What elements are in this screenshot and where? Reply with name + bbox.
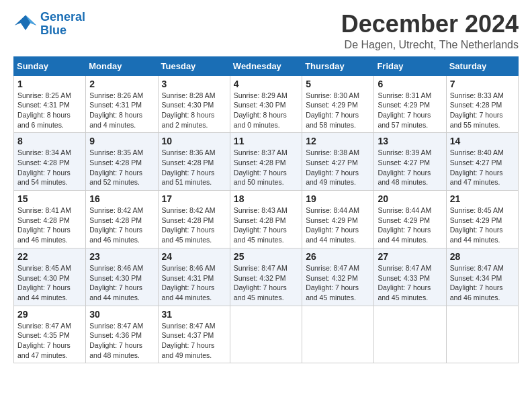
daylight-label: Daylight: 7 hours and 45 minutes. [234,226,287,244]
day-number: 13 [378,136,442,146]
calendar-day-cell: 24 Sunrise: 8:46 AM Sunset: 4:31 PM Dayl… [158,248,230,306]
header-day-tuesday: Tuesday [158,56,230,75]
calendar-table: SundayMondayTuesdayWednesdayThursdayFrid… [13,56,519,364]
day-number: 6 [378,79,442,89]
day-info: Sunrise: 8:26 AM Sunset: 4:31 PM Dayligh… [89,91,154,130]
calendar-day-cell: 21 Sunrise: 8:45 AM Sunset: 4:29 PM Dayl… [446,191,518,248]
sunrise-label: Sunrise: 8:47 AM [450,264,504,272]
day-number: 29 [17,309,82,320]
daylight-label: Daylight: 7 hours and 48 minutes. [89,341,142,359]
calendar-day-cell: 3 Sunrise: 8:28 AM Sunset: 4:30 PM Dayli… [158,75,230,133]
daylight-label: Daylight: 8 hours and 0 minutes. [234,111,287,129]
daylight-label: Daylight: 7 hours and 48 minutes. [378,169,431,187]
calendar-day-cell: 23 Sunrise: 8:46 AM Sunset: 4:30 PM Dayl… [86,248,158,306]
day-info: Sunrise: 8:44 AM Sunset: 4:29 PM Dayligh… [306,205,370,245]
sunrise-label: Sunrise: 8:46 AM [89,264,143,272]
sunset-label: Sunset: 4:28 PM [450,101,502,109]
sunrise-label: Sunrise: 8:33 AM [450,91,504,99]
day-info: Sunrise: 8:25 AM Sunset: 4:31 PM Dayligh… [17,91,82,130]
calendar-day-cell: 10 Sunrise: 8:36 AM Sunset: 4:28 PM Dayl… [158,133,230,191]
empty-cell [374,306,446,363]
daylight-label: Daylight: 7 hours and 55 minutes. [450,111,503,129]
day-number: 1 [17,79,82,89]
sunset-label: Sunset: 4:30 PM [17,274,70,282]
daylight-label: Daylight: 7 hours and 49 minutes. [162,341,215,359]
calendar-day-cell: 27 Sunrise: 8:47 AM Sunset: 4:33 PM Dayl… [374,248,446,306]
sunset-label: Sunset: 4:37 PM [162,331,214,339]
daylight-label: Daylight: 7 hours and 46 minutes. [89,226,142,244]
day-number: 9 [89,136,154,146]
day-number: 24 [162,251,226,262]
day-number: 14 [450,136,515,146]
empty-cell [446,306,518,363]
sunset-label: Sunset: 4:28 PM [234,158,286,167]
day-info: Sunrise: 8:46 AM Sunset: 4:30 PM Dayligh… [89,263,154,303]
day-number: 27 [378,251,442,262]
calendar-week-row: 8 Sunrise: 8:34 AM Sunset: 4:28 PM Dayli… [14,133,519,191]
day-info: Sunrise: 8:36 AM Sunset: 4:28 PM Dayligh… [162,148,226,187]
daylight-label: Daylight: 7 hours and 45 minutes. [378,283,431,302]
sunset-label: Sunset: 4:30 PM [234,101,286,109]
day-number: 25 [234,251,298,262]
sunrise-label: Sunrise: 8:30 AM [306,91,359,99]
sunset-label: Sunset: 4:29 PM [378,216,430,224]
calendar-day-cell: 22 Sunrise: 8:45 AM Sunset: 4:30 PM Dayl… [14,248,86,306]
day-number: 28 [450,251,515,262]
daylight-label: Daylight: 7 hours and 45 minutes. [234,283,287,302]
header-day-sunday: Sunday [14,56,86,75]
sunset-label: Sunset: 4:35 PM [17,331,70,339]
day-info: Sunrise: 8:44 AM Sunset: 4:29 PM Dayligh… [378,205,442,245]
day-number: 5 [306,79,370,89]
sunset-label: Sunset: 4:27 PM [450,158,502,167]
sunrise-label: Sunrise: 8:47 AM [162,322,216,330]
day-number: 16 [89,193,154,204]
day-info: Sunrise: 8:47 AM Sunset: 4:36 PM Dayligh… [89,321,154,361]
sunrise-label: Sunrise: 8:31 AM [378,91,431,99]
empty-cell [302,306,374,363]
month-year-title: December 2024 [341,11,519,38]
sunrise-label: Sunrise: 8:47 AM [17,322,71,330]
sunset-label: Sunset: 4:29 PM [378,101,430,109]
sunset-label: Sunset: 4:32 PM [306,274,358,282]
sunset-label: Sunset: 4:28 PM [162,216,214,224]
calendar-day-cell: 6 Sunrise: 8:31 AM Sunset: 4:29 PM Dayli… [374,75,446,133]
day-number: 31 [162,309,226,320]
day-number: 2 [89,79,154,89]
day-info: Sunrise: 8:43 AM Sunset: 4:28 PM Dayligh… [234,205,298,245]
sunset-label: Sunset: 4:28 PM [17,216,70,224]
sunrise-label: Sunrise: 8:41 AM [17,206,71,214]
sunset-label: Sunset: 4:28 PM [89,216,142,224]
daylight-label: Daylight: 8 hours and 6 minutes. [17,111,71,129]
sunset-label: Sunset: 4:31 PM [89,101,142,109]
calendar-day-cell: 4 Sunrise: 8:29 AM Sunset: 4:30 PM Dayli… [230,75,302,133]
day-info: Sunrise: 8:47 AM Sunset: 4:35 PM Dayligh… [17,321,82,361]
daylight-label: Daylight: 8 hours and 2 minutes. [162,111,215,129]
day-number: 4 [234,79,298,89]
logo: General Blue [13,11,85,38]
calendar-day-cell: 16 Sunrise: 8:42 AM Sunset: 4:28 PM Dayl… [86,191,158,248]
daylight-label: Daylight: 7 hours and 57 minutes. [378,111,431,129]
day-number: 19 [306,193,370,204]
day-info: Sunrise: 8:41 AM Sunset: 4:28 PM Dayligh… [17,205,82,245]
sunset-label: Sunset: 4:32 PM [234,274,286,282]
sunset-label: Sunset: 4:27 PM [306,158,358,167]
calendar-day-cell: 7 Sunrise: 8:33 AM Sunset: 4:28 PM Dayli… [446,75,518,133]
daylight-label: Daylight: 7 hours and 46 minutes. [17,226,71,244]
day-info: Sunrise: 8:45 AM Sunset: 4:29 PM Dayligh… [450,205,515,245]
daylight-label: Daylight: 7 hours and 44 minutes. [450,226,503,244]
calendar-day-cell: 12 Sunrise: 8:38 AM Sunset: 4:27 PM Dayl… [302,133,374,191]
sunrise-label: Sunrise: 8:44 AM [306,206,359,214]
calendar-day-cell: 30 Sunrise: 8:47 AM Sunset: 4:36 PM Dayl… [86,306,158,363]
daylight-label: Daylight: 7 hours and 44 minutes. [306,226,359,244]
daylight-label: Daylight: 7 hours and 44 minutes. [17,283,71,302]
sunset-label: Sunset: 4:29 PM [450,216,502,224]
sunset-label: Sunset: 4:30 PM [89,274,142,282]
day-number: 10 [162,136,226,146]
sunrise-label: Sunrise: 8:44 AM [378,206,431,214]
daylight-label: Daylight: 7 hours and 50 minutes. [234,169,287,187]
daylight-label: Daylight: 7 hours and 52 minutes. [89,169,142,187]
calendar-day-cell: 31 Sunrise: 8:47 AM Sunset: 4:37 PM Dayl… [158,306,230,363]
day-number: 7 [450,79,515,89]
sunrise-label: Sunrise: 8:45 AM [17,264,71,272]
day-info: Sunrise: 8:42 AM Sunset: 4:28 PM Dayligh… [162,205,226,245]
